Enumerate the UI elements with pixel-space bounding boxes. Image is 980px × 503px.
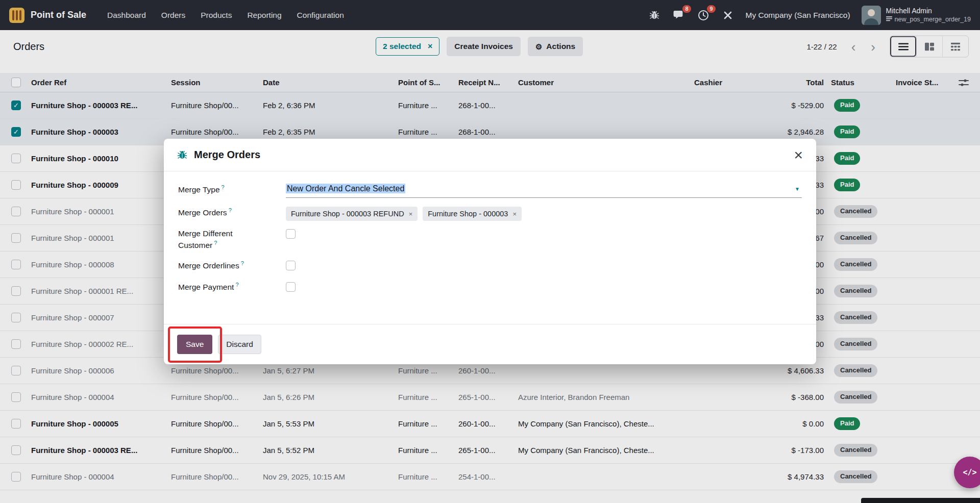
close-icon[interactable]: ×: [794, 147, 803, 163]
merge-orders-label: Merge Orders?: [178, 207, 286, 218]
help-icon[interactable]: ?: [229, 207, 232, 213]
help-icon[interactable]: ?: [222, 184, 225, 190]
dropdown-caret-icon[interactable]: ▼: [795, 186, 800, 192]
merge-type-value: New Order And Cancle Selected: [286, 184, 405, 193]
tag-remove-icon[interactable]: ×: [409, 211, 413, 217]
bottom-dark-strip: [861, 498, 980, 503]
save-button[interactable]: Save: [177, 335, 212, 354]
merge-different-customer-checkbox[interactable]: [286, 229, 296, 239]
merge-type-label: Merge Type?: [178, 184, 286, 195]
merge-orderlines-checkbox[interactable]: [286, 261, 296, 270]
merge-orders-modal: Merge Orders × Merge Type? New Order And…: [164, 139, 816, 364]
bug-icon: [177, 150, 187, 160]
modal-header: Merge Orders ×: [164, 139, 816, 171]
help-icon[interactable]: ?: [241, 260, 244, 266]
merge-orders-tags: Furniture Shop - 000003 REFUND×Furniture…: [286, 207, 802, 221]
merge-payment-checkbox[interactable]: [286, 282, 296, 292]
tag-label: Furniture Shop - 000003 REFUND: [291, 210, 404, 218]
merge-payment-label: Merge Payment?: [178, 281, 286, 293]
order-tag: Furniture Shop - 000003 REFUND×: [286, 207, 418, 221]
merge-type-row: Merge Type? New Order And Cancle Selecte…: [178, 184, 802, 198]
merge-payment-row: Merge Payment?: [178, 281, 802, 294]
discard-button[interactable]: Discard: [218, 335, 261, 354]
merge-type-input[interactable]: New Order And Cancle Selected ▼: [286, 184, 802, 198]
merge-different-customer-row: Merge Different Customer?: [178, 228, 802, 251]
help-icon[interactable]: ?: [235, 282, 238, 288]
merge-different-customer-label: Merge Different Customer?: [178, 228, 286, 251]
modal-footer: Save Discard: [164, 324, 816, 364]
merge-orderlines-row: Merge Orderlines?: [178, 260, 802, 272]
merge-orders-row: Merge Orders? Furniture Shop - 000003 RE…: [178, 207, 802, 221]
tag-remove-icon[interactable]: ×: [512, 211, 517, 217]
order-tag: Furniture Shop - 000003×: [423, 207, 522, 221]
help-icon[interactable]: ?: [214, 240, 217, 246]
modal-body: Merge Type? New Order And Cancle Selecte…: [164, 171, 816, 324]
modal-title: Merge Orders: [194, 149, 260, 161]
tag-label: Furniture Shop - 000003: [428, 210, 508, 218]
merge-orderlines-label: Merge Orderlines?: [178, 260, 286, 271]
